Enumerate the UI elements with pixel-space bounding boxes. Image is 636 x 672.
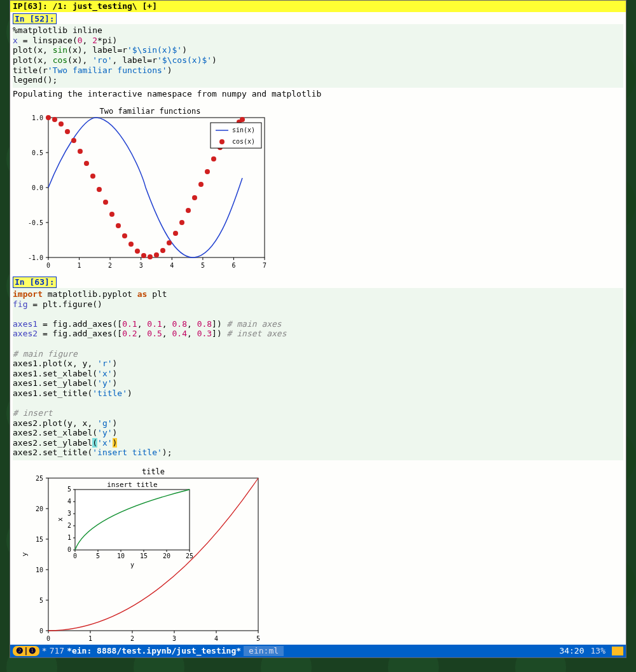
code-tok: x	[13, 36, 18, 45]
code-tok: 0.1	[122, 319, 137, 329]
code-tok: matplotlib.pyplot	[43, 289, 137, 299]
code-tok: plot(x,	[13, 55, 53, 65]
cursor-pos: 34:20	[559, 646, 584, 656]
code-tok: '$\sin(x)$'	[127, 45, 182, 55]
code-tok: 0.3	[197, 329, 212, 338]
svg-point-36	[103, 200, 108, 205]
code-tok: ,	[187, 329, 197, 338]
svg-point-27	[46, 115, 51, 120]
svg-text:0.5: 0.5	[32, 149, 43, 156]
code-tok: axes1.set_ylabel(	[13, 378, 97, 388]
code-tok: legend();	[13, 75, 57, 85]
svg-text:10: 10	[117, 552, 125, 559]
svg-text:3: 3	[67, 510, 71, 517]
svg-text:1: 1	[67, 534, 71, 541]
code-tok: 0.5	[147, 329, 162, 338]
cell-prompt-63[interactable]: In [63]:	[13, 277, 57, 288]
svg-text:7: 7	[263, 262, 266, 269]
code-tok: axes2.set_title(	[13, 448, 92, 457]
inset-x-axis: 0 5 10 15 20 25	[73, 550, 193, 559]
svg-point-35	[97, 187, 102, 192]
code-tok: )	[113, 428, 118, 437]
buffer-content[interactable]: In [52]: %matplotlib inline x = linspace…	[10, 12, 626, 645]
svg-text:0: 0	[46, 262, 50, 269]
svg-text:0.0: 0.0	[32, 184, 43, 191]
major-mode[interactable]: ein:ml	[244, 646, 284, 656]
svg-text:20: 20	[36, 505, 43, 512]
inset-y-axis: 0 1 2 3 4 5	[67, 486, 75, 553]
code-tok: (x),	[67, 55, 92, 65]
svg-text:-1.0: -1.0	[28, 254, 43, 261]
svg-point-41	[135, 249, 140, 254]
svg-text:3: 3	[172, 635, 176, 642]
code-tok: ,	[162, 329, 172, 338]
chart2-title: title	[142, 467, 165, 476]
code-tok: = linspace(	[18, 36, 78, 45]
svg-text:15: 15	[140, 552, 148, 559]
code-tok: ,	[83, 36, 93, 45]
code-tok: 'x'	[97, 438, 112, 448]
cursor-open-paren: (	[92, 438, 97, 448]
svg-point-31	[71, 138, 76, 143]
code-tok: )	[113, 359, 118, 368]
cell-52-body[interactable]: %matplotlib inline x = linspace(0, 2*pi)…	[13, 24, 623, 88]
svg-text:5: 5	[256, 635, 260, 642]
modeline-end-icon	[612, 647, 623, 655]
buffer-name[interactable]: *ein: 8888/test.ipynb/just_testing*	[67, 646, 241, 656]
svg-point-61	[219, 139, 225, 144]
code-tok: cos	[53, 55, 67, 65]
svg-text:5: 5	[67, 486, 71, 493]
svg-point-40	[128, 242, 134, 247]
code-tok: plot(x,	[13, 45, 53, 55]
svg-text:25: 25	[36, 475, 43, 482]
code-tok: plt	[147, 289, 167, 299]
code-tok: 0.8	[172, 319, 186, 329]
svg-point-37	[109, 212, 114, 217]
svg-text:0: 0	[46, 635, 50, 642]
code-tok: axes2.plot(y, x,	[13, 418, 97, 428]
svg-text:1.0: 1.0	[32, 114, 43, 121]
code-tok: axes1.set_xlabel(	[13, 369, 97, 378]
code-line[interactable]: %matplotlib inline	[13, 25, 102, 35]
code-tok: 'ro'	[92, 55, 112, 65]
svg-point-42	[141, 253, 146, 258]
svg-point-45	[160, 248, 165, 253]
code-tok: 0.8	[197, 319, 212, 329]
svg-point-28	[52, 117, 57, 122]
code-tok: = plt.figure()	[27, 299, 102, 309]
code-tok: )	[182, 45, 187, 55]
y-axis: -1.0 -0.5 0.0 0.5 1.0	[28, 114, 48, 261]
svg-point-50	[192, 195, 197, 200]
chart-inset: title 0 5 10 15 20 25 0 1	[17, 465, 271, 645]
code-tok: '$\cos(x)$'	[157, 55, 212, 65]
svg-point-47	[173, 231, 178, 236]
plot-2: title 0 5 10 15 20 25 0 1	[13, 460, 623, 645]
chart-two-familiar: Two familiar functions -1.0 -0.5 0.0 0.5…	[17, 105, 271, 270]
main-ylabel: y	[20, 552, 29, 556]
inset-title: insert title	[107, 481, 157, 489]
svg-text:10: 10	[36, 566, 43, 573]
legend: sin(x) cos(x)	[211, 123, 261, 148]
scroll-pct: 13%	[591, 646, 605, 656]
svg-point-29	[59, 121, 64, 127]
workspace-badge[interactable]: ❷|❶	[13, 646, 39, 656]
code-tok: 'y'	[97, 428, 112, 437]
cell-63-body[interactable]: import matplotlib.pyplot as plt fig = pl…	[13, 288, 623, 460]
main-x-axis: 0 1 2 3 4 5	[46, 631, 260, 642]
legend-sin: sin(x)	[232, 127, 255, 134]
svg-point-43	[148, 254, 153, 259]
code-tok: 0	[78, 36, 83, 45]
main-y-axis: 0 5 10 15 20 25	[36, 475, 48, 634]
code-tok: )	[167, 65, 172, 75]
plot-1: Two familiar functions -1.0 -0.5 0.0 0.5…	[13, 100, 623, 275]
svg-text:1: 1	[88, 635, 92, 642]
svg-text:-0.5: -0.5	[28, 219, 43, 226]
code-tok: ])	[212, 319, 226, 329]
code-tok: ,	[137, 329, 148, 338]
cell-prompt-52[interactable]: In [52]:	[13, 13, 57, 25]
svg-text:25: 25	[186, 552, 193, 559]
svg-text:20: 20	[163, 552, 170, 559]
code-tok: # main figure	[13, 349, 78, 359]
code-tok: ,	[187, 319, 197, 329]
code-tok: 'Two familiar functions'	[48, 65, 167, 75]
